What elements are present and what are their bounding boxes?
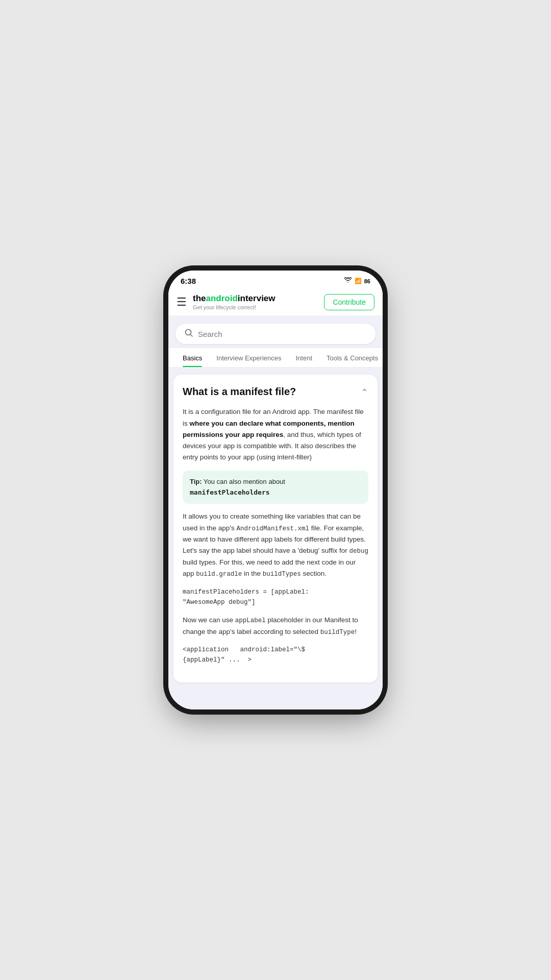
answer-para3-suffix: ! [355, 628, 357, 635]
inline-code-2: debug [349, 548, 368, 555]
main-card: What is a manifest file? ⌃ It is a confi… [173, 375, 378, 682]
tip-label: Tip: [190, 478, 202, 485]
answer-para2: It allows you to create something like v… [183, 511, 368, 580]
signal-icon: 📶 [355, 278, 362, 284]
answer-para2-mid3: in the [242, 570, 263, 577]
brand-title: theandroidinterview [193, 293, 324, 304]
svg-line-1 [190, 334, 192, 336]
header: ☰ theandroidinterview Get your lifecycle… [168, 288, 383, 315]
code-block-2: <application android:label="\$ {appLabel… [183, 645, 368, 665]
inline-code-4: buildTypes [263, 571, 301, 578]
chevron-up-icon[interactable]: ⌃ [361, 387, 368, 398]
inline-code-5: appLabel [235, 617, 266, 624]
question-header: What is a manifest file? ⌃ [183, 385, 368, 398]
tip-code: manifestPlaceholders [190, 488, 270, 496]
inline-code-3: build.gradle [196, 571, 242, 578]
search-icon [185, 329, 193, 339]
wifi-icon [344, 277, 352, 285]
answer-para3-prefix: Now we can use [183, 616, 235, 624]
brand-pre: the [193, 293, 206, 303]
tab-tools-concepts[interactable]: Tools & Concepts [319, 348, 383, 367]
phone-frame: 6:38 📶 86 ☰ theandroidinterview Get [168, 271, 383, 709]
tab-interview-experiences[interactable]: Interview Experiences [209, 348, 288, 367]
status-bar: 6:38 📶 86 [168, 271, 383, 288]
search-box [176, 324, 375, 344]
hamburger-icon[interactable]: ☰ [177, 297, 187, 308]
code-block-1: manifestPlaceholders = [appLabel: "Aweso… [183, 587, 368, 607]
inline-code-6: buildType [320, 629, 355, 636]
answer-para3: Now we can use appLabel placeholder in o… [183, 615, 368, 638]
status-icons: 📶 86 [344, 277, 370, 285]
tabs-area: Basics Interview Experiences Intent Tool… [168, 348, 383, 368]
tip-box: Tip: You can also mention about manifest… [183, 471, 368, 504]
brand-post: interview [238, 293, 276, 303]
contribute-button[interactable]: Contribute [324, 294, 374, 310]
status-time: 6:38 [181, 277, 196, 285]
tab-intent[interactable]: Intent [288, 348, 319, 367]
answer-para2-suffix: section. [301, 570, 327, 577]
answer-para1: It is a configuration file for an Androi… [183, 406, 368, 463]
search-area [168, 315, 383, 348]
app-content: ☰ theandroidinterview Get your lifecycle… [168, 288, 383, 709]
inline-code-1: AndroidManifest.xml [236, 525, 309, 532]
brand-android: android [206, 293, 238, 303]
search-input[interactable] [198, 330, 366, 338]
tip-text: You can also mention about [204, 478, 285, 485]
question-title: What is a manifest file? [183, 385, 356, 398]
tabs-scroll: Basics Interview Experiences Intent Tool… [168, 348, 383, 367]
brand-subtitle: Get your lifecycle correct! [193, 304, 324, 310]
tab-basics[interactable]: Basics [176, 348, 209, 367]
brand: theandroidinterview Get your lifecycle c… [193, 293, 324, 310]
battery-icon: 86 [364, 278, 370, 284]
